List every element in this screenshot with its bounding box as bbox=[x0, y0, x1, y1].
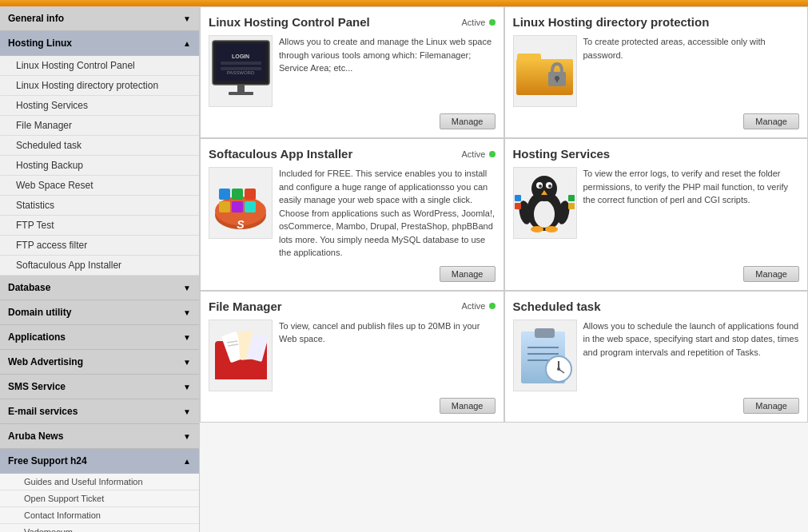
service-card-hosting-services: Hosting Services bbox=[504, 138, 809, 291]
svg-rect-35 bbox=[515, 195, 521, 201]
status-label: Active bbox=[462, 301, 486, 311]
card-header: Softaculous App Installer Active bbox=[209, 147, 496, 161]
svg-rect-16 bbox=[219, 189, 230, 200]
card-body: To view, cancel and publish files up to … bbox=[209, 320, 496, 391]
manage-button-scheduled-task[interactable]: Manage bbox=[743, 398, 799, 414]
svg-rect-20 bbox=[232, 201, 243, 212]
sidebar-section-aruba-news[interactable]: Aruba News ▼ bbox=[0, 424, 199, 449]
sidebar-item-guides[interactable]: Guides and Useful Information bbox=[0, 474, 199, 490]
sidebar-section-free-support[interactable]: Free Support h24 ▲ bbox=[0, 449, 199, 474]
chevron-down-icon: ▼ bbox=[183, 308, 191, 317]
service-icon-folder-lock bbox=[513, 35, 577, 107]
filemanager-svg bbox=[211, 325, 271, 385]
sidebar-section-label: SMS Service bbox=[8, 381, 66, 392]
sidebar-section-hosting-linux[interactable]: Hosting Linux ▲ bbox=[0, 31, 199, 56]
svg-point-55 bbox=[557, 367, 560, 371]
sidebar-item-file-manager[interactable]: File Manager bbox=[0, 116, 199, 136]
sidebar-item-softaculous[interactable]: Softaculous App Installer bbox=[0, 256, 199, 276]
card-header: Linux Hosting Control Panel Active bbox=[209, 15, 496, 29]
service-card-linux-dir: Linux Hosting directory protection bbox=[504, 6, 809, 138]
service-icon-scheduled bbox=[513, 320, 577, 391]
svg-rect-6 bbox=[237, 85, 245, 93]
chevron-down-icon: ▼ bbox=[183, 383, 191, 391]
sidebar-item-open-ticket[interactable]: Open Support Ticket bbox=[0, 490, 199, 507]
card-description: To view the error logs, to verify and re… bbox=[583, 167, 800, 260]
sidebar-section-web-advertising[interactable]: Web Advertising ▼ bbox=[0, 350, 199, 375]
sidebar-item-linux-cp[interactable]: Linux Hosting Control Panel bbox=[0, 56, 199, 76]
sidebar-section-label: Free Support h24 bbox=[8, 455, 87, 466]
softaculous-svg: S bbox=[211, 171, 271, 235]
sidebar: General info ▼ Hosting Linux ▲ Linux Hos… bbox=[0, 6, 200, 532]
svg-rect-13 bbox=[556, 78, 558, 82]
card-footer: Manage bbox=[209, 113, 496, 129]
manage-button-linux-dir[interactable]: Manage bbox=[743, 113, 799, 129]
chevron-down-icon: ▼ bbox=[183, 358, 191, 367]
sidebar-section-general-info[interactable]: General info ▼ bbox=[0, 6, 199, 31]
card-description: To view, cancel and publish files up to … bbox=[279, 320, 496, 391]
svg-point-32 bbox=[545, 226, 558, 232]
sidebar-item-ftp-test[interactable]: FTP Test bbox=[0, 216, 199, 236]
main-container: General info ▼ Hosting Linux ▲ Linux Hos… bbox=[0, 6, 808, 532]
card-body: To create protected areas, accessible on… bbox=[513, 35, 800, 107]
status-dot-active bbox=[489, 303, 496, 309]
card-footer: Manage bbox=[513, 113, 800, 129]
svg-rect-21 bbox=[245, 201, 256, 212]
svg-point-28 bbox=[539, 185, 542, 188]
card-footer: Manage bbox=[209, 398, 496, 414]
sidebar-item-vademecum[interactable]: Vademecum bbox=[0, 524, 199, 532]
manage-button-linux-cp[interactable]: Manage bbox=[440, 113, 496, 129]
svg-rect-36 bbox=[515, 203, 521, 209]
folder-lock-svg bbox=[515, 42, 575, 101]
sidebar-item-contact-info[interactable]: Contact Information bbox=[0, 507, 199, 524]
svg-rect-17 bbox=[232, 189, 243, 200]
svg-rect-3 bbox=[221, 62, 261, 65]
content-area: Linux Hosting Control Panel Active bbox=[200, 6, 808, 532]
sidebar-section-label: Database bbox=[8, 282, 50, 293]
chevron-down-icon: ▼ bbox=[183, 432, 191, 441]
sidebar-item-hosting-services[interactable]: Hosting Services bbox=[0, 96, 199, 116]
card-description: To create protected areas, accessible on… bbox=[583, 35, 800, 107]
chevron-down-icon: ▼ bbox=[183, 407, 191, 416]
chevron-down-icon: ▼ bbox=[183, 284, 191, 292]
sidebar-item-hosting-backup[interactable]: Hosting Backup bbox=[0, 156, 199, 176]
sidebar-item-web-space-reset[interactable]: Web Space Reset bbox=[0, 176, 199, 196]
sidebar-section-database[interactable]: Database ▼ bbox=[0, 276, 199, 300]
status-label: Active bbox=[462, 149, 486, 159]
card-body: To view the error logs, to verify and re… bbox=[513, 167, 800, 260]
linux-tux-svg bbox=[515, 171, 575, 235]
sidebar-item-statistics[interactable]: Statistics bbox=[0, 196, 199, 216]
card-description: Included for FREE. This service enables … bbox=[279, 167, 496, 260]
chevron-up-icon: ▲ bbox=[183, 39, 191, 48]
sidebar-section-label: Domain utility bbox=[8, 307, 71, 318]
status-label: Active bbox=[462, 18, 486, 27]
card-footer: Manage bbox=[209, 266, 496, 282]
sidebar-hosting-linux-items: Linux Hosting Control Panel Linux Hostin… bbox=[0, 56, 199, 276]
sidebar-section-label: Web Advertising bbox=[8, 356, 83, 367]
card-header: File Manager Active bbox=[209, 300, 496, 313]
sidebar-section-sms-service[interactable]: SMS Service ▼ bbox=[0, 375, 199, 399]
sidebar-item-linux-dir[interactable]: Linux Hosting directory protection bbox=[0, 76, 199, 96]
svg-rect-19 bbox=[219, 201, 230, 212]
card-footer: Manage bbox=[513, 266, 800, 282]
svg-text:S: S bbox=[237, 218, 245, 231]
manage-button-hosting-services[interactable]: Manage bbox=[743, 266, 799, 282]
card-footer: Manage bbox=[513, 398, 800, 414]
sidebar-section-domain-utility[interactable]: Domain utility ▼ bbox=[0, 300, 199, 325]
sidebar-section-applications[interactable]: Applications ▼ bbox=[0, 325, 199, 350]
manage-button-file-manager[interactable]: Manage bbox=[440, 398, 496, 414]
manage-button-softaculous[interactable]: Manage bbox=[440, 266, 496, 282]
status-dot-active bbox=[489, 151, 496, 157]
card-body: LOGIN PASSWORD Allows you to create and … bbox=[209, 35, 496, 107]
sidebar-item-ftp-access-filter[interactable]: FTP access filter bbox=[0, 236, 199, 256]
sidebar-section-email-services[interactable]: E-mail services ▼ bbox=[0, 399, 199, 424]
service-status: Active bbox=[462, 18, 496, 27]
sidebar-item-scheduled-task[interactable]: Scheduled task bbox=[0, 136, 199, 156]
card-description: Allows you to schedule the launch of app… bbox=[583, 320, 800, 391]
svg-rect-18 bbox=[245, 189, 256, 200]
sidebar-section-label: E-mail services bbox=[8, 406, 78, 417]
service-icon-softaculous: S bbox=[209, 167, 273, 239]
card-title: Linux Hosting Control Panel bbox=[209, 15, 370, 29]
card-title: Softaculous App Installer bbox=[209, 147, 352, 161]
card-header: Hosting Services bbox=[513, 147, 800, 161]
card-title: Hosting Services bbox=[513, 147, 611, 161]
